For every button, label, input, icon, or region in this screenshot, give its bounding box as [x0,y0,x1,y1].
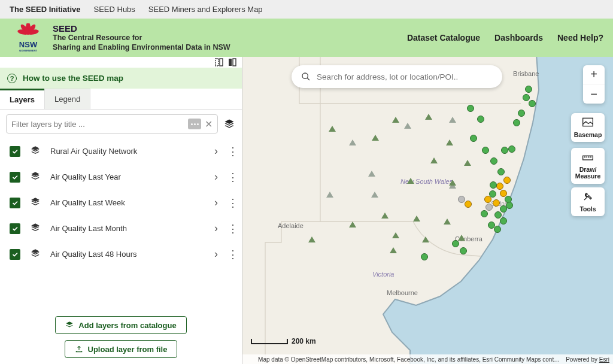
map-station[interactable] [446,139,453,145]
map-station[interactable] [326,192,333,198]
map-station[interactable] [422,236,429,242]
map-point[interactable] [503,177,511,184]
layer-checkbox[interactable] [10,223,20,234]
map-point[interactable] [467,105,474,112]
map-search-input[interactable] [317,72,493,81]
map-point[interactable] [421,253,428,260]
map-point[interactable] [506,202,513,209]
chevron-right-icon[interactable]: › [214,196,218,209]
tab-layers[interactable]: Layers [0,89,44,109]
esri-link[interactable]: Esri [599,356,609,363]
map-point[interactable] [494,211,502,219]
map-attribution: Map data © OpenStreetMap contributors, M… [242,354,613,364]
map[interactable]: Brisbane New South Wales Adelaide Canber… [242,57,613,364]
map-point[interactable] [452,240,459,247]
map-station[interactable] [444,219,451,225]
more-options-icon[interactable]: ⋮ [227,150,235,153]
layers-icon [30,145,41,157]
tab-legend[interactable]: Legend [44,89,90,109]
chevron-right-icon[interactable]: › [214,222,218,235]
topbar-item-miners[interactable]: SEED Miners and Explorers Map [148,5,263,14]
map-station[interactable] [404,123,411,129]
map-point[interactable] [460,247,467,254]
map-station[interactable] [392,232,399,238]
layer-checkbox[interactable] [10,198,20,208]
add-layers-button[interactable]: Add layers from catalogue [55,316,186,334]
expand-panel-icon[interactable] [227,57,237,67]
map-point[interactable] [529,100,536,107]
map-point[interactable] [518,110,525,117]
filter-row: ✕ [0,110,242,138]
layer-checkbox[interactable] [10,249,20,260]
draw-measure-button[interactable]: Draw/ Measure [571,148,605,184]
chevron-right-icon[interactable]: › [214,171,218,183]
chevron-right-icon[interactable]: › [214,248,218,260]
zoom-in-button[interactable]: + [583,65,605,84]
map-point[interactable] [490,157,497,165]
map-station[interactable] [449,117,456,123]
basemap-button[interactable]: Basemap [571,113,605,142]
map-point[interactable] [477,116,484,123]
map-station[interactable] [449,180,456,186]
topbar-item-hubs[interactable]: SEED Hubs [93,5,135,14]
map-point[interactable] [496,183,503,190]
layer-checkbox[interactable] [10,146,20,157]
map-point[interactable] [485,204,493,211]
svg-rect-14 [583,118,593,126]
map-station[interactable] [329,126,336,132]
map-point[interactable] [484,196,491,203]
filter-input[interactable] [11,120,188,129]
zoom-out-button[interactable]: − [583,84,605,104]
map-point[interactable] [458,196,465,203]
map-station[interactable] [413,216,420,222]
map-station[interactable] [390,247,397,253]
tools-button[interactable]: Tools [571,187,605,216]
map-station[interactable] [308,236,315,242]
chevron-right-icon[interactable]: › [214,145,218,157]
map-station[interactable] [425,114,432,120]
upload-layer-button[interactable]: Upload layer from file [65,340,178,358]
help-band[interactable]: ? How to use the SEED map [0,68,242,89]
map-point[interactable] [497,168,505,175]
map-station[interactable] [464,160,471,166]
more-options-icon[interactable]: ⋮ [227,201,235,205]
map-point[interactable] [490,181,497,189]
map-point[interactable] [513,119,520,126]
map-station[interactable] [407,178,414,184]
collapse-panel-icon[interactable] [214,57,224,67]
map-point[interactable] [482,147,489,154]
filter-options-icon[interactable] [188,119,201,129]
nav-dashboards[interactable]: Dashboards [494,33,543,43]
map-station[interactable] [349,139,356,145]
nav-catalogue[interactable]: Dataset Catalogue [407,33,480,43]
filter-clear-icon[interactable]: ✕ [205,119,213,130]
map-station[interactable] [381,213,389,219]
layers-icon [30,248,41,260]
map-point[interactable] [493,199,500,207]
map-point[interactable] [481,210,488,217]
layer-checkbox[interactable] [10,172,20,183]
more-options-icon[interactable]: ⋮ [227,227,235,230]
map-station[interactable] [349,222,356,228]
nav-help[interactable]: Need Help? [557,33,603,43]
layer-group-icon[interactable] [223,119,236,129]
map-station[interactable] [371,192,378,198]
topbar-item-initiative[interactable]: The SEED Initiative [10,5,80,14]
map-station[interactable] [368,171,375,177]
map-station[interactable] [458,235,465,241]
map-point[interactable] [525,86,532,93]
upload-icon [75,345,83,353]
map-station[interactable] [372,135,379,141]
help-label: How to use the SEED map [23,74,123,83]
map-point[interactable] [465,201,472,208]
map-station[interactable] [430,157,438,163]
map-point[interactable] [523,94,530,101]
more-options-icon[interactable]: ⋮ [227,253,235,256]
map-point[interactable] [500,217,507,225]
map-station[interactable] [392,117,399,123]
map-point[interactable] [470,135,477,142]
map-point[interactable] [494,226,501,233]
map-point[interactable] [508,145,515,153]
map-point[interactable] [501,147,508,154]
more-options-icon[interactable]: ⋮ [227,175,235,179]
